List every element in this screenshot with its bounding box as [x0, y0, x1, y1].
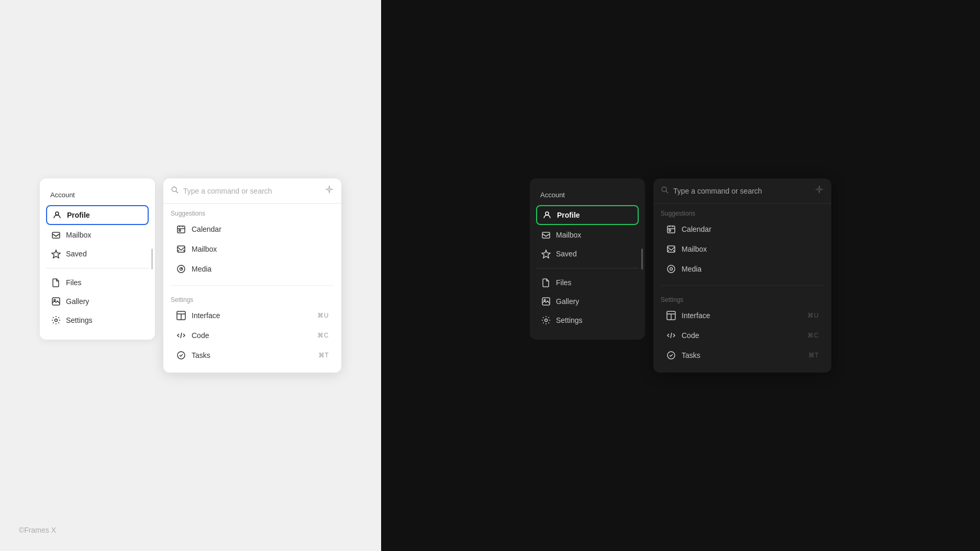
light-section-divider — [171, 285, 334, 286]
light-sidebar-saved-label: Saved — [66, 250, 87, 258]
dark-section-divider — [661, 285, 824, 286]
dark-sidebar-item-mailbox[interactable]: Mailbox — [536, 226, 639, 244]
light-sidebar-section-label: Account — [46, 189, 149, 204]
svg-rect-35 — [669, 230, 671, 231]
dark-cmd-tasks-shortcut: ⌘T — [808, 352, 819, 359]
dark-sidebar-section-label: Account — [536, 189, 639, 204]
light-sidebar-gallery-label: Gallery — [66, 297, 89, 306]
cmd-mailbox-icon — [176, 244, 186, 254]
light-sidebar-item-mailbox[interactable]: Mailbox — [46, 226, 149, 244]
dark-sidebar-scroll — [641, 249, 643, 269]
light-cmd-tasks-label: Tasks — [192, 351, 313, 359]
svg-rect-24 — [542, 232, 550, 238]
svg-marker-25 — [542, 250, 550, 258]
dark-search-input[interactable] — [673, 187, 810, 195]
dark-profile-icon — [542, 210, 552, 220]
light-suggestions-label: Suggestions — [171, 210, 334, 217]
svg-point-6 — [172, 187, 176, 192]
light-cmd-interface[interactable]: Interface ⌘U — [171, 306, 334, 325]
dark-command-palette: Suggestions Calendar — [653, 178, 831, 373]
calendar-icon — [176, 224, 186, 234]
tasks-icon — [176, 350, 186, 361]
svg-line-30 — [666, 191, 668, 193]
footer-copyright: ©Frames X — [19, 526, 56, 534]
dark-tasks-icon — [666, 350, 676, 361]
dark-cmd-interface[interactable]: Interface ⌘U — [661, 306, 824, 325]
dark-cmd-code[interactable]: Code ⌘C — [661, 325, 824, 345]
light-cmd-mailbox[interactable]: Mailbox — [171, 239, 334, 259]
light-sidebar-item-files[interactable]: Files — [46, 274, 149, 291]
svg-line-43 — [671, 333, 672, 338]
dark-media-icon — [666, 264, 676, 274]
svg-point-29 — [662, 187, 666, 192]
dark-sidebar-divider — [536, 268, 639, 268]
svg-rect-12 — [179, 230, 181, 231]
light-sidebar-mailbox-label: Mailbox — [66, 231, 91, 239]
dark-sidebar-item-settings[interactable]: Settings — [536, 311, 639, 329]
svg-point-5 — [55, 319, 58, 322]
light-cmd-media-label: Media — [192, 265, 329, 273]
svg-rect-8 — [177, 226, 185, 233]
light-cmd-calendar[interactable]: Calendar — [171, 219, 334, 239]
interface-icon — [176, 310, 186, 321]
gallery-icon — [51, 297, 61, 306]
light-sidebar-divider — [46, 268, 149, 268]
dark-cmd-tasks-label: Tasks — [682, 351, 803, 359]
light-sparkle-icon[interactable] — [325, 185, 334, 197]
light-cmd-calendar-label: Calendar — [192, 225, 329, 233]
dark-saved-icon — [541, 249, 551, 258]
svg-point-23 — [545, 212, 549, 215]
dark-sidebar: Account Profile Mailbox — [530, 178, 645, 340]
dark-cmd-calendar-label: Calendar — [682, 225, 819, 233]
dark-sidebar-item-files[interactable]: Files — [536, 274, 639, 291]
svg-point-0 — [55, 212, 59, 215]
settings-icon — [51, 316, 61, 325]
dark-suggestions-section: Suggestions Calendar — [653, 204, 831, 281]
light-settings-section: Settings Interface ⌘U — [163, 290, 341, 373]
light-sidebar-item-saved[interactable]: Saved — [46, 245, 149, 263]
dark-cmd-calendar[interactable]: Calendar — [661, 219, 824, 239]
light-cmd-interface-label: Interface — [192, 311, 312, 320]
dark-code-icon — [666, 330, 676, 341]
dark-sidebar-item-profile[interactable]: Profile — [536, 205, 639, 225]
dark-cmd-media[interactable]: Media — [661, 259, 824, 279]
dark-sidebar-settings-label: Settings — [556, 316, 583, 324]
dark-suggestions-label: Suggestions — [661, 210, 824, 217]
dark-calendar-icon — [666, 224, 676, 234]
light-sidebar-profile-label: Profile — [67, 211, 90, 219]
svg-point-38 — [667, 265, 675, 273]
code-icon — [176, 330, 186, 341]
saved-icon — [51, 249, 61, 258]
light-search-input[interactable] — [183, 187, 320, 195]
dark-search-bar — [653, 178, 831, 204]
light-search-icon — [171, 186, 179, 196]
svg-line-21 — [181, 333, 182, 338]
dark-panel-group: Account Profile Mailbox — [530, 178, 831, 373]
svg-point-39 — [670, 268, 673, 271]
light-sidebar-item-settings[interactable]: Settings — [46, 311, 149, 329]
dark-cmd-tasks[interactable]: Tasks ⌘T — [661, 345, 824, 365]
dark-section: Account Profile Mailbox — [381, 0, 980, 551]
dark-sparkle-icon[interactable] — [815, 185, 824, 197]
light-sidebar: Account Profile Mailbox — [40, 178, 155, 340]
light-sidebar-item-gallery[interactable]: Gallery — [46, 293, 149, 310]
light-section: Account Profile Mailbox — [0, 0, 381, 551]
light-sidebar-item-profile[interactable]: Profile — [46, 205, 149, 225]
dark-sidebar-mailbox-label: Mailbox — [556, 231, 581, 239]
dark-cmd-media-label: Media — [682, 265, 819, 273]
light-cmd-tasks[interactable]: Tasks ⌘T — [171, 345, 334, 365]
light-panel-group: Account Profile Mailbox — [40, 178, 341, 373]
dark-sidebar-item-gallery[interactable]: Gallery — [536, 293, 639, 310]
mailbox-icon — [51, 230, 61, 240]
dark-sidebar-item-saved[interactable]: Saved — [536, 245, 639, 263]
profile-icon — [52, 210, 62, 220]
light-cmd-interface-shortcut: ⌘U — [317, 312, 329, 319]
light-cmd-media[interactable]: Media — [171, 259, 334, 279]
dark-sidebar-saved-label: Saved — [556, 250, 577, 258]
dark-cmd-mailbox[interactable]: Mailbox — [661, 239, 824, 259]
light-suggestions-section: Suggestions Calendar — [163, 204, 341, 281]
media-icon — [176, 264, 186, 274]
dark-interface-icon — [666, 310, 676, 321]
light-cmd-code[interactable]: Code ⌘C — [171, 325, 334, 345]
dark-sidebar-gallery-label: Gallery — [556, 297, 579, 306]
